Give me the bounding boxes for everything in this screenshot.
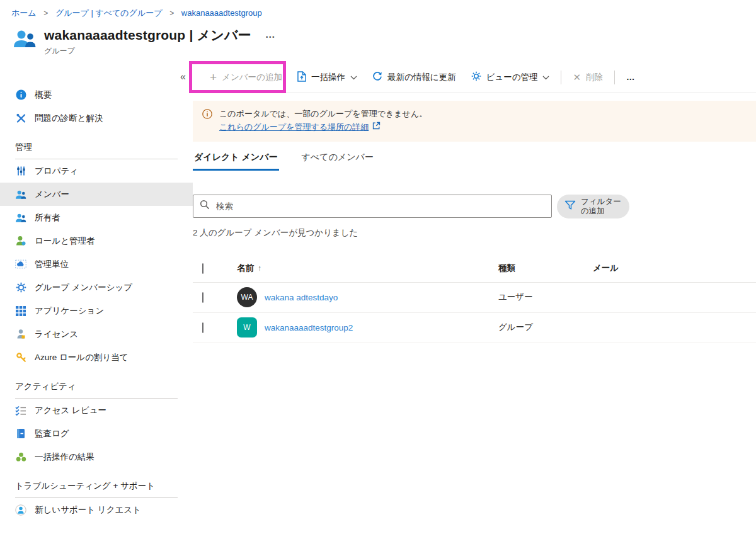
sidebar-section-manage: 管理: [15, 135, 178, 159]
add-member-button[interactable]: + メンバーの追加: [202, 62, 290, 93]
sidebar-item-label: 所有者: [35, 212, 60, 224]
toolbar-more-button[interactable]: …: [619, 62, 643, 93]
tab-all-members[interactable]: すべてのメンバー: [301, 152, 375, 171]
sidebar-item-azure-roles[interactable]: Azure ロールの割り当て: [0, 346, 193, 369]
column-header-type[interactable]: 種類: [498, 263, 593, 274]
delete-label: 削除: [586, 72, 603, 83]
sidebar-item-admin-units[interactable]: 管理単位: [0, 252, 193, 276]
bulk-operations-button[interactable]: 一括操作: [290, 62, 365, 93]
gear-icon: [471, 71, 481, 83]
header-more-button[interactable]: …: [265, 29, 276, 40]
sidebar-item-properties[interactable]: プロパティ: [0, 159, 193, 183]
sidebar-item-label: 監査ログ: [35, 428, 69, 440]
sidebar-item-label: グループ メンバーシップ: [35, 282, 132, 293]
add-filter-label: フィルターの追加: [581, 197, 621, 216]
bulk-operations-label: 一括操作: [311, 72, 345, 83]
manage-view-button[interactable]: ビューの管理: [464, 62, 558, 93]
member-type: グループ: [498, 322, 593, 333]
column-header-name[interactable]: 名前↑: [237, 263, 498, 274]
avatar: WA: [237, 287, 257, 307]
member-tabs: ダイレクト メンバー すべてのメンバー: [193, 152, 756, 171]
sort-ascending-icon: ↑: [258, 264, 261, 273]
chevron-down-icon: [350, 72, 357, 82]
refresh-label: 最新の情報に更新: [387, 72, 456, 83]
sidebar-item-label: アプリケーション: [35, 305, 104, 317]
document-arrow-icon: [297, 71, 306, 84]
select-all-checkbox[interactable]: [202, 263, 203, 274]
sidebar-item-label: ロールと管理者: [35, 235, 94, 247]
column-header-email[interactable]: メール: [593, 263, 756, 274]
sidebar-item-label: 一括操作の結果: [35, 451, 94, 463]
member-name-link[interactable]: wakana adtestdayo: [265, 293, 338, 302]
content-pane: « + メンバーの追加 一括操作 最新の情報に更新: [193, 62, 756, 521]
sidebar-item-owners[interactable]: 所有者: [0, 206, 193, 229]
book-icon: [15, 428, 26, 440]
breadcrumb-home[interactable]: ホーム: [11, 8, 37, 18]
sidebar-item-label: 概要: [35, 89, 52, 101]
delete-button[interactable]: ✕ 削除: [565, 62, 610, 93]
owners-icon: [15, 212, 26, 224]
cloud-icon: [15, 259, 26, 270]
info-banner: このポータルでは、一部のグループを管理できません。 これらのグループを管理する場…: [193, 101, 756, 142]
sidebar-item-label: メンバー: [35, 189, 69, 200]
chevron-down-icon: [542, 72, 549, 82]
breadcrumb-group-name[interactable]: wakanaaaadtestgroup: [181, 8, 262, 18]
sidebar-item-label: プロパティ: [35, 166, 78, 177]
sidebar-item-roles-admins[interactable]: ロールと管理者: [0, 229, 193, 252]
tab-direct-members[interactable]: ダイレクト メンバー: [193, 152, 279, 171]
add-filter-button[interactable]: フィルターの追加: [557, 195, 629, 218]
sidebar-item-new-support-request[interactable]: 新しいサポート リクエスト: [0, 498, 193, 521]
toolbar-divider: [614, 71, 615, 84]
search-input[interactable]: [216, 201, 545, 211]
table-row: WA wakana adtestdayo ユーザー: [193, 283, 756, 313]
search-box: [193, 195, 552, 218]
manage-view-label: ビューの管理: [486, 72, 538, 83]
command-bar: + メンバーの追加 一括操作 最新の情報に更新: [193, 62, 756, 93]
page-subtitle: グループ: [44, 46, 251, 57]
sidebar-section-troubleshooting: トラブルシューティング + サポート: [15, 474, 178, 498]
banner-message: このポータルでは、一部のグループを管理できません。: [219, 108, 427, 121]
refresh-button[interactable]: 最新の情報に更新: [365, 62, 464, 93]
sidebar-item-diagnose[interactable]: 問題の診断と解決: [0, 106, 193, 130]
plus-icon: +: [210, 71, 217, 83]
sidebar-item-applications[interactable]: アプリケーション: [0, 299, 193, 322]
banner-link[interactable]: これらのグループを管理する場所の詳細: [219, 121, 381, 134]
toolbar-divider: [561, 71, 561, 84]
sidebar-item-label: 管理単位: [35, 259, 69, 270]
sidebar-section-activity: アクティビティ: [15, 374, 178, 399]
row-checkbox[interactable]: [202, 292, 203, 303]
breadcrumb: ホーム > グループ | すべてのグループ > wakanaaaadtestgr…: [0, 0, 756, 19]
sidebar-collapse-button[interactable]: «: [180, 71, 186, 82]
sidebar-item-group-membership[interactable]: グループ メンバーシップ: [0, 276, 193, 299]
cluster-icon: [15, 451, 26, 463]
breadcrumb-groups[interactable]: グループ | すべてのグループ: [55, 8, 163, 18]
page-title: wakanaaaadtestgroup | メンバー: [44, 26, 251, 44]
license-person-icon: [15, 329, 26, 340]
sidebar-item-access-reviews[interactable]: アクセス レビュー: [0, 399, 193, 422]
sidebar-item-overview[interactable]: 概要: [0, 83, 193, 106]
info-icon: [202, 109, 212, 134]
refresh-icon: [372, 71, 382, 83]
sidebar-item-bulk-results[interactable]: 一括操作の結果: [0, 445, 193, 468]
member-name-link[interactable]: wakanaaaadtestgroup2: [265, 323, 353, 332]
close-icon: ✕: [573, 72, 581, 82]
role-person-icon: [15, 235, 26, 247]
row-checkbox[interactable]: [202, 322, 203, 333]
member-type: ユーザー: [498, 292, 593, 303]
sliders-icon: [15, 166, 26, 177]
add-member-label: メンバーの追加: [222, 72, 282, 83]
sidebar-item-audit-logs[interactable]: 監査ログ: [0, 422, 193, 445]
banner-link-label: これらのグループを管理する場所の詳細: [219, 121, 369, 134]
sidebar-item-label: Azure ロールの割り当て: [35, 352, 129, 363]
support-person-icon: [15, 504, 26, 516]
tools-icon: [15, 113, 26, 124]
sidebar: 概要 問題の診断と解決 管理 プロパティ メンバー 所有者: [0, 62, 193, 521]
search-icon: [200, 200, 210, 212]
sidebar-item-label: ライセンス: [35, 329, 78, 340]
breadcrumb-separator: >: [43, 9, 48, 18]
sidebar-item-members[interactable]: メンバー: [0, 183, 193, 206]
sidebar-item-label: アクセス レビュー: [35, 405, 106, 416]
grid-icon: [15, 305, 26, 317]
sidebar-item-licenses[interactable]: ライセンス: [0, 322, 193, 346]
avatar: W: [237, 317, 257, 338]
